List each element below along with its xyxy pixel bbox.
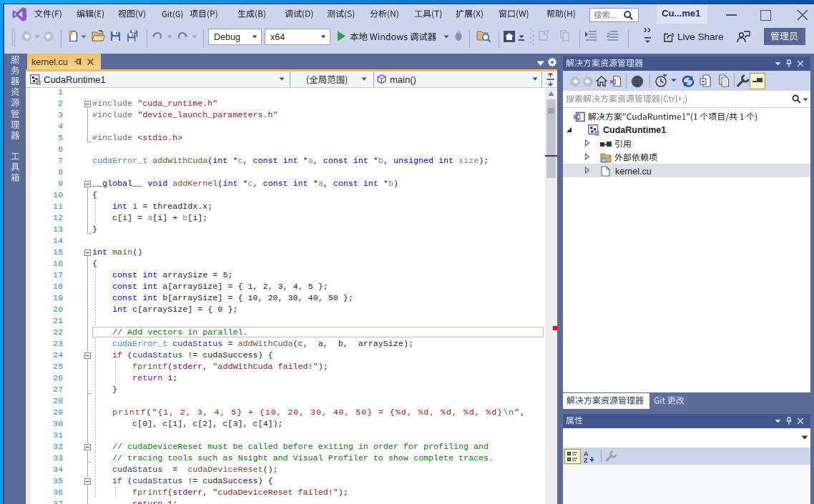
svg-text:2: 2	[607, 31, 610, 39]
svg-text:Z: Z	[584, 457, 588, 463]
